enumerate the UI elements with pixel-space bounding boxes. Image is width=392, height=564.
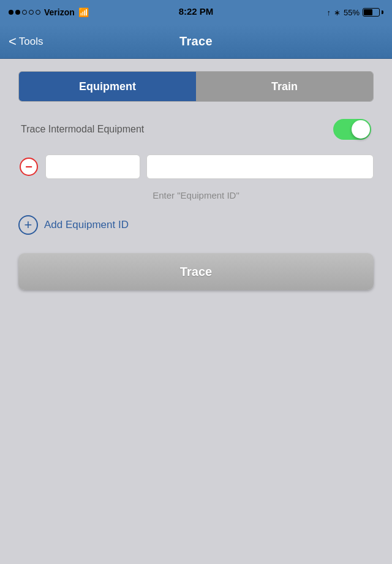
add-equipment-label: Add Equipment ID — [44, 219, 129, 231]
intermodal-toggle[interactable] — [333, 119, 371, 140]
status-time: 8:22 PM — [179, 6, 214, 17]
nav-title: Trace — [179, 34, 213, 48]
back-label: Tools — [19, 36, 43, 48]
carrier-label: Verizon — [44, 7, 75, 17]
equipment-input-row: − — [18, 154, 374, 179]
nav-bar: < Tools Trace — [0, 25, 392, 59]
status-right: ↑ ∗ 55% — [326, 8, 383, 17]
bluetooth-icon: ∗ — [334, 8, 341, 17]
equipment-hint: Enter "Equipment ID" — [18, 190, 374, 200]
status-bar: Verizon 📶 8:22 PM ↑ ∗ 55% — [0, 0, 392, 25]
toggle-thumb — [352, 120, 370, 139]
remove-equipment-button[interactable]: − — [18, 156, 39, 177]
signal-icon — [9, 10, 40, 15]
signal-dot-4 — [29, 10, 34, 15]
back-chevron-icon: < — [9, 35, 17, 48]
trace-button[interactable]: Trace — [18, 253, 374, 290]
add-icon: + — [18, 215, 38, 235]
segment-equipment[interactable]: Equipment — [19, 72, 196, 101]
add-equipment-row[interactable]: + Add Equipment ID — [18, 215, 374, 235]
equipment-number-input[interactable] — [146, 154, 374, 179]
signal-dot-1 — [9, 10, 13, 15]
main-content: Equipment Train Trace Intermodal Equipme… — [0, 59, 392, 302]
wifi-icon: 📶 — [78, 7, 89, 17]
toggle-row: Trace Intermodal Equipment — [18, 119, 374, 140]
signal-dot-2 — [15, 10, 20, 15]
segment-train[interactable]: Train — [196, 72, 373, 101]
battery-icon — [363, 8, 383, 17]
equipment-prefix-input[interactable] — [45, 154, 140, 179]
signal-dot-5 — [36, 10, 40, 15]
location-icon: ↑ — [326, 8, 331, 17]
toggle-label: Trace Intermodal Equipment — [21, 124, 144, 135]
status-left: Verizon 📶 — [9, 7, 89, 17]
battery-percent: 55% — [344, 8, 360, 17]
minus-icon: − — [20, 158, 38, 176]
signal-dot-3 — [22, 10, 27, 15]
back-button[interactable]: < Tools — [9, 35, 43, 48]
segment-control[interactable]: Equipment Train — [18, 71, 374, 102]
